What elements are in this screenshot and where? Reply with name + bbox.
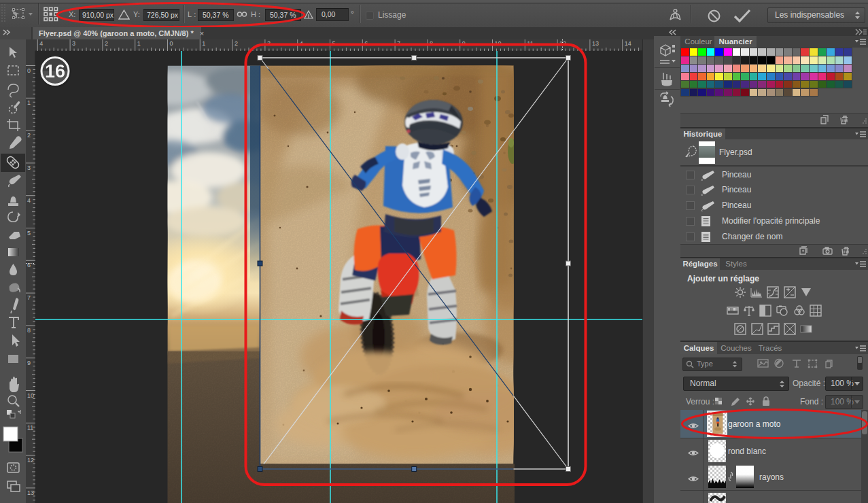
svg-text:4: 4 xyxy=(39,40,43,47)
svg-text:7: 7 xyxy=(27,294,31,301)
svg-text:5: 5 xyxy=(27,230,31,237)
svg-text:9: 9 xyxy=(27,360,31,366)
svg-text:10: 10 xyxy=(27,392,34,399)
svg-text:8: 8 xyxy=(430,40,433,47)
svg-text:3: 3 xyxy=(72,40,75,47)
svg-text:0: 0 xyxy=(27,67,31,74)
svg-text:12: 12 xyxy=(27,457,34,464)
svg-text:11: 11 xyxy=(27,424,33,431)
svg-text:2: 2 xyxy=(105,40,108,47)
svg-text:2: 2 xyxy=(235,40,238,47)
svg-text:10: 10 xyxy=(495,40,502,47)
svg-text:3: 3 xyxy=(27,164,31,171)
svg-text:0: 0 xyxy=(170,40,173,47)
svg-text:1: 1 xyxy=(27,99,31,106)
svg-text:6: 6 xyxy=(27,262,31,268)
svg-text:4: 4 xyxy=(27,197,31,204)
svg-text:1: 1 xyxy=(202,40,205,47)
svg-text:2: 2 xyxy=(27,132,31,139)
svg-text:13: 13 xyxy=(27,489,34,496)
svg-text:6: 6 xyxy=(364,40,368,47)
svg-text:11: 11 xyxy=(527,40,533,47)
svg-text:9: 9 xyxy=(462,40,466,47)
svg-text:5: 5 xyxy=(332,40,336,47)
svg-text:8: 8 xyxy=(27,327,31,334)
svg-text:7: 7 xyxy=(397,40,400,47)
svg-text:4: 4 xyxy=(300,40,303,47)
svg-text:3: 3 xyxy=(267,40,271,47)
svg-text:12: 12 xyxy=(559,40,566,47)
svg-text:14: 14 xyxy=(625,40,631,47)
svg-text:1: 1 xyxy=(137,40,141,47)
svg-text:13: 13 xyxy=(592,40,599,47)
